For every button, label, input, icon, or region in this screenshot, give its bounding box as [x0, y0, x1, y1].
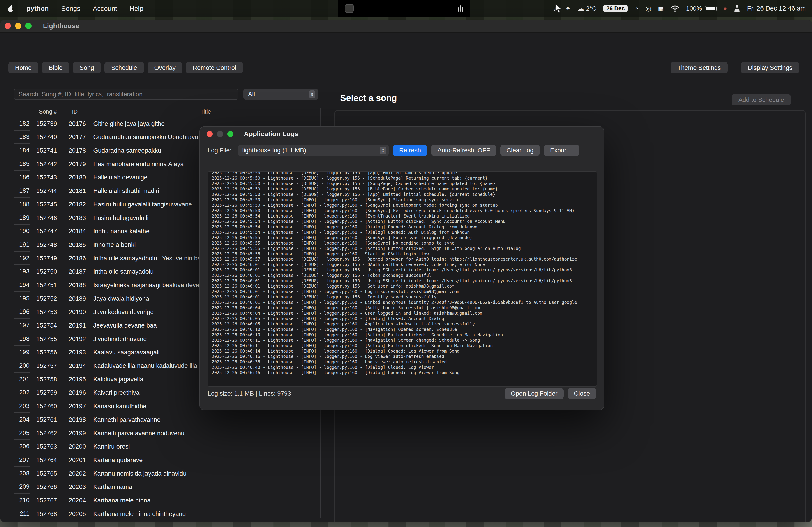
- nav-song[interactable]: Song: [73, 62, 101, 74]
- song-row[interactable]: 20515276220199Kannetti parvatavanne nodu…: [14, 426, 318, 440]
- dialog-footer: Log size: 1.1 MB | Lines: 9793 Open Log …: [207, 388, 596, 399]
- record-dot-icon[interactable]: ●: [723, 5, 727, 12]
- song-number: 152751: [32, 282, 57, 289]
- nav-home[interactable]: Home: [8, 62, 38, 74]
- row-number-header: [14, 107, 30, 117]
- dialog-minimize-button[interactable]: [217, 131, 223, 137]
- row-number: 197: [14, 319, 30, 332]
- add-to-schedule-button[interactable]: Add to Schedule: [732, 94, 791, 106]
- apple-menu-icon[interactable]: [7, 5, 14, 12]
- title-header: Title: [93, 108, 318, 115]
- song-number: 152763: [32, 443, 57, 450]
- song-number: 152762: [32, 430, 57, 437]
- nav-overlay[interactable]: Overlay: [147, 62, 183, 74]
- song-title: Kannethi parvathavanne: [93, 416, 318, 423]
- log-file-select[interactable]: lighthouse.log (1.1 MB) ▲▼: [238, 145, 389, 156]
- row-number: 195: [14, 292, 30, 305]
- song-number: 152750: [32, 268, 57, 275]
- search-filter-select[interactable]: All ▲▼: [243, 89, 318, 100]
- song-title: Karthana mele ninna: [93, 497, 318, 504]
- nav-schedule[interactable]: Schedule: [104, 62, 144, 74]
- dialog-titlebar[interactable]: Application Logs: [200, 127, 604, 141]
- song-number: 152756: [32, 349, 57, 356]
- song-title: Kartanu nemisida jayada dinavidu: [93, 470, 318, 477]
- row-number: 192: [14, 252, 30, 265]
- song-id: 20181: [63, 187, 86, 195]
- nav-theme-settings[interactable]: Theme Settings: [670, 62, 728, 74]
- row-number: 210: [14, 494, 30, 507]
- song-id: 20180: [63, 174, 86, 181]
- song-row[interactable]: 20915276620203Karthan nama: [14, 480, 318, 494]
- stats-icon[interactable]: ▦: [658, 5, 664, 12]
- log-text: 2025-12-26 00:45:50 - Lighthouse - [DEBU…: [212, 171, 593, 376]
- song-number: 152759: [32, 389, 57, 396]
- song-id: 20198: [63, 416, 86, 423]
- song-id: 20192: [63, 335, 86, 343]
- song-row[interactable]: 21115276820205Karthana mele ninna chinth…: [14, 507, 318, 521]
- auto-refresh-toggle[interactable]: Auto-Refresh: OFF: [431, 145, 496, 156]
- minimize-window-button[interactable]: [15, 23, 21, 29]
- row-number: 202: [14, 386, 30, 400]
- zoom-window-button[interactable]: [25, 23, 32, 29]
- dialog-close-button[interactable]: [207, 131, 213, 137]
- song-number: 152752: [32, 295, 57, 302]
- menu-help[interactable]: Help: [129, 5, 143, 12]
- menu-account[interactable]: Account: [93, 5, 117, 12]
- menubar-app-name[interactable]: python: [26, 5, 49, 12]
- main-navigation: HomeBibleSongScheduleOverlayRemote Contr…: [8, 62, 243, 74]
- temperature-text: 2°C: [586, 5, 596, 12]
- row-number: 205: [14, 426, 30, 440]
- row-number: 189: [14, 211, 30, 225]
- dialog-zoom-button[interactable]: [227, 131, 234, 137]
- battery-item[interactable]: 100%: [686, 5, 716, 12]
- close-dialog-button[interactable]: Close: [568, 388, 596, 399]
- refresh-button[interactable]: Refresh: [393, 145, 427, 156]
- song-number: 152768: [32, 510, 57, 517]
- weather-item[interactable]: ☁ 2°C: [577, 4, 596, 12]
- song-number: 152755: [32, 335, 57, 343]
- media-thumbnail-icon: [345, 4, 354, 13]
- log-viewer[interactable]: 2025-12-26 00:45:50 - Lighthouse - [DEBU…: [207, 171, 597, 387]
- song-panel-title: Select a song: [340, 93, 397, 103]
- song-title: Kartana gudarave: [93, 456, 318, 464]
- song-number: 152741: [32, 147, 57, 154]
- song-number: 152765: [32, 470, 57, 477]
- song-row[interactable]: 20415276120198Kannethi parvathavanne: [14, 413, 318, 426]
- export-button[interactable]: Export...: [544, 145, 579, 156]
- battery-icon: [705, 6, 716, 11]
- now-playing-widget[interactable]: [338, 0, 470, 17]
- menu-songs[interactable]: Songs: [61, 5, 81, 12]
- open-log-folder-button[interactable]: Open Log Folder: [505, 388, 564, 399]
- sparkles-icon[interactable]: ✦: [565, 5, 570, 12]
- row-number: 196: [14, 305, 30, 319]
- song-row[interactable]: 20715276420201Kartana gudarave: [14, 453, 318, 467]
- song-id: 20177: [63, 133, 86, 141]
- log-file-label: Log File:: [207, 147, 231, 154]
- song-row[interactable]: 20615276320200Kanniru oresi: [14, 440, 318, 453]
- nav-remote-control[interactable]: Remote Control: [186, 62, 243, 74]
- song-row[interactable]: 20815276520202Kartanu nemisida jayada di…: [14, 467, 318, 480]
- row-number: 207: [14, 453, 30, 467]
- wifi-icon[interactable]: [670, 5, 679, 12]
- close-window-button[interactable]: [5, 23, 11, 29]
- date-badge[interactable]: 26 Dec: [603, 5, 628, 12]
- clear-log-button[interactable]: Clear Log: [500, 145, 540, 156]
- dial-icon[interactable]: ◎: [645, 4, 651, 12]
- window-titlebar[interactable]: Lighthouse: [0, 20, 812, 32]
- nav-bible[interactable]: Bible: [42, 62, 69, 74]
- settings-navigation: Theme SettingsDisplay Settings: [670, 62, 799, 74]
- song-number: 152748: [32, 241, 57, 249]
- mouse-cursor-icon: [555, 4, 563, 16]
- song-id: 20176: [63, 120, 86, 127]
- song-id: 20200: [63, 443, 86, 450]
- menubar-clock[interactable]: Fri 26 Dec 12:46 am: [747, 5, 806, 12]
- clock-app-icon[interactable]: ◔: [635, 5, 639, 12]
- nav-display-settings[interactable]: Display Settings: [741, 62, 799, 74]
- song-id: 20185: [63, 241, 86, 249]
- song-number: 152760: [32, 403, 57, 410]
- song-row[interactable]: 21215276920206Karthane devaralli: [14, 521, 318, 522]
- search-input[interactable]: [14, 89, 238, 100]
- song-row[interactable]: 21015276720204Karthana mele ninna: [14, 494, 318, 507]
- row-number: 193: [14, 265, 30, 278]
- user-switch-icon[interactable]: [734, 5, 740, 12]
